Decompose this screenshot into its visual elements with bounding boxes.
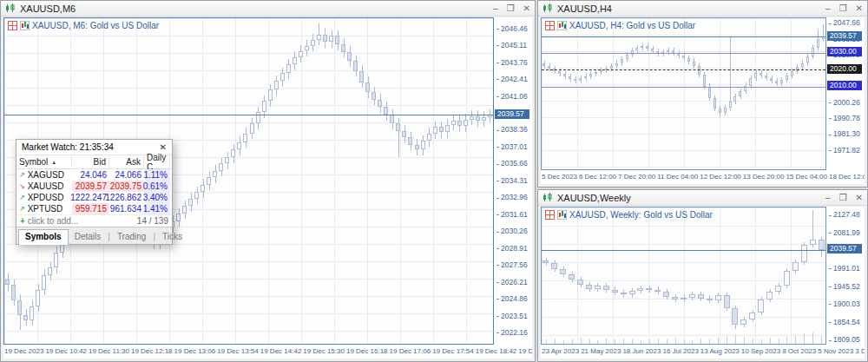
candlestick: [610, 66, 613, 69]
candlestick: [707, 299, 713, 301]
quotes-grid-icon: [545, 210, 555, 220]
chart-header: XAUUSD, M6: Gold vs US Dollar: [8, 21, 159, 30]
tab-symbols[interactable]: Symbols: [18, 229, 69, 245]
candlestick: [311, 40, 315, 46]
market-watch-row[interactable]: ↗XPTUSD959.715961.6341.41%: [16, 203, 172, 214]
chart-plot[interactable]: XAUUSD, H4: Gold vs US Dollar: [541, 17, 826, 170]
window-titlebar[interactable]: XAUUSD,Weekly – ❐ ✕: [538, 190, 867, 206]
candlestick: [427, 134, 431, 142]
volume-bar: [555, 339, 556, 344]
tab-ticks[interactable]: Ticks: [156, 230, 188, 244]
column-header-daily[interactable]: Daily C...: [144, 155, 170, 168]
time-axis[interactable]: 19 Dec 202319 Dec 10:4219 Dec 11:3019 De…: [3, 346, 532, 359]
price-tick-label: 1945.52: [829, 282, 860, 291]
candlestick: [176, 214, 181, 221]
candlestick: [42, 275, 46, 290]
candlestick: [213, 171, 217, 177]
maximize-button[interactable]: ❐: [839, 2, 847, 16]
column-label: Bid: [94, 157, 106, 167]
time-label: 19 Dec 15:30: [302, 347, 345, 359]
window-titlebar[interactable]: XAUUSD,H4 – ❐ ✕: [538, 1, 867, 16]
click-to-add-row[interactable]: + click to add... 14 / 139: [16, 214, 172, 227]
daily-cell: 1.11%: [144, 169, 170, 181]
candlestick: [274, 81, 279, 89]
candlestick: [17, 300, 22, 315]
close-icon[interactable]: ✕: [160, 142, 167, 152]
candlestick: [629, 291, 635, 295]
chart-header: XAUUSD, Weekly: Gold vs US Dollar: [545, 210, 713, 220]
volume-bar: [770, 338, 771, 344]
market-watch-row[interactable]: ↗XAGUSD24.04624.0661.11%: [16, 169, 172, 181]
symbol-cell: ↗XPDUSD: [16, 192, 72, 203]
candlestick: [733, 96, 736, 102]
candlestick: [760, 73, 762, 76]
candlestick: [317, 35, 321, 40]
price-tick-label: 2024.86: [496, 294, 528, 303]
chart-plot[interactable]: XAUUSD, Weekly: Gold vs US Dollar: [541, 207, 826, 345]
time-label: 13 Aug 2023: [700, 347, 740, 359]
candlestick: [569, 76, 571, 79]
column-header-ask[interactable]: Ask: [109, 155, 144, 168]
volume-bar: [623, 339, 624, 344]
price-tick-label: 2026.21: [496, 278, 528, 286]
candlestick: [646, 46, 648, 49]
close-button[interactable]: ✕: [856, 2, 863, 16]
candlestick: [739, 91, 741, 96]
tab-trading[interactable]: Trading: [111, 230, 153, 244]
price-level-line: [542, 36, 825, 37]
column-label: Symbol: [19, 157, 48, 167]
time-label: 10 Sep 2023: [740, 347, 781, 359]
column-header-symbol[interactable]: Symbol ▲: [16, 155, 72, 168]
volume-bar: [744, 337, 745, 344]
maximize-button[interactable]: ❐: [839, 191, 847, 205]
candlestick: [687, 58, 690, 62]
window-titlebar[interactable]: XAUUSD,M6 – ❐ ✕: [1, 1, 535, 16]
time-label: 18 Dec 12:00: [828, 173, 865, 184]
close-button[interactable]: ✕: [856, 191, 863, 205]
candlestick: [262, 101, 266, 112]
market-watch-row[interactable]: ↘XAUUSD2039.572039.750.61%: [16, 181, 172, 192]
minimize-button[interactable]: –: [825, 2, 831, 16]
price-axis[interactable]: 2047.662038.182028.702019.222009.742000.…: [826, 17, 865, 170]
ask-cell: 24.066: [109, 169, 144, 181]
candlestick: [353, 61, 358, 71]
candlestick: [237, 142, 241, 150]
time-label: 19 Dec 17:06: [389, 347, 432, 359]
candlestick: [780, 80, 783, 83]
chart-type-icon: [557, 210, 567, 220]
candlestick: [464, 120, 468, 126]
maximize-button[interactable]: ❐: [507, 2, 515, 16]
price-axis[interactable]: 2046.462045.112043.762042.412041.062039.…: [494, 17, 532, 345]
candlestick: [201, 185, 205, 193]
price-tick-label: 2032.96: [496, 193, 528, 201]
tab-details[interactable]: Details: [69, 230, 108, 244]
window-title: XAUUSD,Weekly: [557, 193, 631, 203]
time-axis[interactable]: 5 Dec 20236 Dec 12:007 Dec 20:0011 Dec 0…: [541, 171, 865, 184]
candlestick: [749, 313, 755, 319]
time-label: 19 Dec 12:18: [130, 347, 174, 359]
time-label: 6 Dec 12:00: [578, 173, 617, 184]
chart-header-label: XAUUSD, M6: Gold vs US Dollar: [32, 21, 159, 30]
symbol-cell: ↘XAUUSD: [16, 181, 72, 192]
market-watch-rows: ↗XAGUSD24.04624.0661.11%↘XAUUSD2039.5720…: [16, 169, 172, 214]
candlestick: [560, 269, 566, 274]
candlestick: [724, 295, 730, 308]
candlestick: [569, 274, 575, 280]
price-level-line: [542, 87, 825, 88]
candlestick: [30, 306, 34, 320]
candlestick: [637, 288, 643, 291]
minimize-button[interactable]: –: [493, 2, 498, 16]
market-watch-row[interactable]: ↗XPDUSD1222.2471226.8623.40%: [16, 192, 172, 203]
price-tick-label: 2037.01: [496, 142, 528, 151]
market-watch-title: Market Watch: 21:35:34: [22, 142, 114, 152]
volume-bar: [812, 332, 813, 344]
candlestick: [421, 141, 425, 149]
price-axis[interactable]: 2127.482081.992036.501991.011945.521900.…: [826, 207, 865, 345]
column-label: Ask: [126, 157, 141, 167]
candlestick: [231, 149, 235, 157]
minimize-button[interactable]: –: [825, 191, 831, 205]
close-button[interactable]: ✕: [523, 2, 530, 16]
column-header-bid[interactable]: Bid: [72, 155, 109, 168]
candlestick: [365, 82, 370, 93]
time-axis[interactable]: 23 Apr 202321 May 202318 Jun 202316 Jul …: [541, 346, 865, 359]
